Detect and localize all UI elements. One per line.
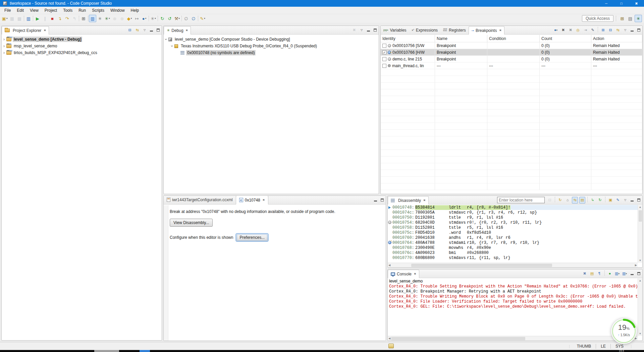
halt-icon[interactable]: ∅: [190, 15, 197, 22]
view-menu-icon[interactable]: ▽: [142, 28, 147, 33]
expand-all-icon[interactable]: ⊞: [600, 27, 606, 34]
disconnect-icon[interactable]: ⊗: [111, 15, 118, 22]
lock-location-icon[interactable]: ⊡: [547, 197, 553, 204]
minimize-icon[interactable]: [630, 28, 634, 33]
ccs-edit-perspective-icon[interactable]: ▤: [627, 15, 634, 22]
menu-view[interactable]: View: [27, 7, 42, 14]
debug-tree-item[interactable]: ›level_sense_demo [Code Composer Studio …: [164, 36, 379, 43]
tab-disassembly[interactable]: Disassembly ✖: [388, 196, 429, 205]
expander-icon[interactable]: ›: [2, 50, 6, 55]
disassembly-line[interactable]: 00010750:D1192801tstler9, r1, lsl #16: [388, 215, 638, 220]
maximize-icon[interactable]: [636, 271, 641, 276]
terminate-icon[interactable]: ■: [49, 15, 56, 22]
breakpoint-checkbox[interactable]: [382, 44, 386, 48]
minimize-icon[interactable]: [149, 28, 154, 33]
collapse-all-icon[interactable]: ⊟: [127, 27, 133, 34]
link-with-debug-icon[interactable]: ⇆: [615, 27, 621, 34]
disassembly-line[interactable]: 00010748:B5384814ldrltr4, [r8, #-0x814]!: [388, 205, 638, 210]
debug-tree-item[interactable]: ›Texas Instruments XDS110 USB Debug Prob…: [164, 43, 379, 49]
link-with-editor-icon[interactable]: ⇆: [134, 27, 140, 34]
menu-scripts[interactable]: Scripts: [89, 7, 107, 14]
taskbar-app-segment[interactable]: [94, 350, 119, 352]
breakpoint-row[interactable]: main_thread.c, lin------------: [381, 62, 642, 69]
disassembly-line[interactable]: 0001076c:4A096023bmi#0x268800: [388, 250, 638, 255]
show-view-icon[interactable]: ▥: [25, 15, 32, 22]
skip-all-breakpoints-icon[interactable]: ∅: [182, 15, 190, 22]
collapse-all-icon[interactable]: ⊟: [607, 27, 613, 34]
connect-target-icon[interactable]: ▥: [89, 15, 96, 22]
project-item[interactable]: ›RTSCtirtos_builds_MSP_EXP432P401R_debug…: [2, 49, 162, 56]
step-into-icon[interactable]: ↴: [56, 15, 63, 22]
reset-cpu-icon[interactable]: ↻: [159, 15, 166, 22]
maximize-icon[interactable]: [636, 28, 641, 33]
windows-taskbar[interactable]: 15:4: [0, 350, 644, 352]
maximize-icon[interactable]: [373, 28, 377, 33]
go-to-file-icon[interactable]: ⇥: [582, 27, 588, 34]
display-selected-console-icon[interactable]: ▥▾: [614, 270, 620, 277]
console-vscrollbar[interactable]: ▲▼: [638, 278, 642, 336]
column-header-name[interactable]: Name: [435, 35, 487, 42]
taskbar-active-segment[interactable]: [140, 350, 150, 352]
clear-console-icon[interactable]: ✖: [582, 270, 588, 277]
menu-tools[interactable]: Tools: [60, 7, 75, 14]
breakpoint-row[interactable]: demo.c, line 215Breakpoint0 (0)Remain Ha…: [381, 56, 642, 62]
minimize-icon[interactable]: [630, 198, 634, 203]
close-icon[interactable]: ✖: [499, 29, 501, 32]
scroll-lock-icon[interactable]: ▤: [589, 270, 595, 277]
maximize-button[interactable]: □: [614, 0, 629, 7]
reset-asm-icon[interactable]: ↻: [597, 197, 603, 204]
open-new-view-icon[interactable]: ✎: [615, 197, 621, 204]
close-button[interactable]: ✖: [629, 0, 644, 7]
drag-handle-icon[interactable]: ⋮: [628, 345, 634, 348]
disassembly-line[interactable]: 00010754:68204C0Dstmdavsr0!, {r0, r2, r3…: [388, 220, 638, 225]
maximize-icon[interactable]: [636, 198, 641, 203]
refresh-view-icon[interactable]: ↻: [557, 197, 563, 204]
target-settings-icon[interactable]: ✳: [96, 15, 104, 22]
menu-window[interactable]: Window: [107, 7, 128, 14]
menu-run[interactable]: Run: [75, 7, 89, 14]
menu-project[interactable]: Project: [42, 7, 60, 14]
console-hscrollbar[interactable]: ◀▶: [388, 336, 638, 341]
save-icon[interactable]: ▦: [8, 15, 16, 22]
disassembly-line[interactable]: 00010770:680B6800stmdavsr11, {r11, sp, l…: [388, 255, 638, 260]
disconnect-all-icon[interactable]: ⊗: [118, 15, 126, 22]
disassembly-line[interactable]: 0001074c:7800305Astmdavcr0, {r1, r3, r4,…: [388, 210, 638, 215]
view-menu-icon[interactable]: ▽: [623, 198, 628, 203]
close-icon[interactable]: ✖: [414, 272, 416, 275]
maximize-icon[interactable]: [156, 28, 160, 33]
show-pc-icon[interactable]: ⌂: [565, 197, 571, 204]
remove-all-terminated-icon[interactable]: ✖: [351, 27, 357, 34]
new-breakpoint-icon[interactable]: ●▾: [553, 27, 559, 34]
tab-expressions[interactable]: x²Expressions: [409, 26, 441, 34]
restart-icon[interactable]: ↺: [166, 15, 173, 22]
disassembly-listing[interactable]: 00010748:B5384814ldrltr4, [r8, #-0x814]!…: [388, 205, 638, 263]
expander-icon[interactable]: ›: [2, 37, 6, 42]
disassembly-line[interactable]: 00010764:480A4788stmdamir10, {r3, r7, r8…: [388, 240, 638, 245]
word-wrap-icon[interactable]: ¶: [596, 270, 602, 277]
debug-tree-item[interactable]: 0x00010748 (no symbols are defined): [164, 49, 379, 56]
suspend-icon[interactable]: ∥: [41, 15, 49, 22]
minimize-icon[interactable]: [366, 28, 371, 33]
breakpoint-row[interactable]: 0x00010756 [S/WBreakpoint0 (0)Remain Hal…: [381, 42, 642, 49]
close-icon[interactable]: ✖: [44, 29, 46, 32]
breakpoint-row[interactable]: ✓0x00010766 [H/WBreakpoint0 (0)Remain Ha…: [381, 49, 642, 56]
expander-icon[interactable]: ›: [2, 44, 6, 48]
new-disassembly-view-icon[interactable]: ▣: [607, 197, 613, 204]
expander-icon[interactable]: ›: [170, 44, 174, 48]
close-icon[interactable]: ✖: [263, 199, 265, 202]
menu-file[interactable]: File: [1, 7, 14, 14]
status-progress-icon[interactable]: [388, 344, 394, 348]
ccs-debug-perspective-icon[interactable]: ✳: [635, 15, 642, 22]
remove-breakpoint-icon[interactable]: ✖: [560, 27, 566, 34]
net-speed-overlay[interactable]: 19% ↑ 1.5K/s: [611, 318, 637, 344]
location-input[interactable]: [497, 197, 545, 203]
column-header-identity[interactable]: Identity: [381, 35, 435, 42]
disassembly-line[interactable]: 00010760:20041638andhsr1, r4, r8, lsr r6: [388, 235, 638, 240]
preferences-button[interactable]: Preferences...: [236, 233, 268, 241]
analysis-trace-icon[interactable]: ✳▾: [150, 15, 157, 22]
debug-launch-icon[interactable]: ✳▾: [104, 15, 111, 22]
maximize-icon[interactable]: [380, 198, 384, 203]
pin-console-icon[interactable]: ●: [607, 270, 613, 277]
project-item[interactable]: ›CCSmsp_level_sense_demo: [2, 43, 162, 49]
highlight-tool-icon[interactable]: ✎▾: [199, 15, 206, 22]
